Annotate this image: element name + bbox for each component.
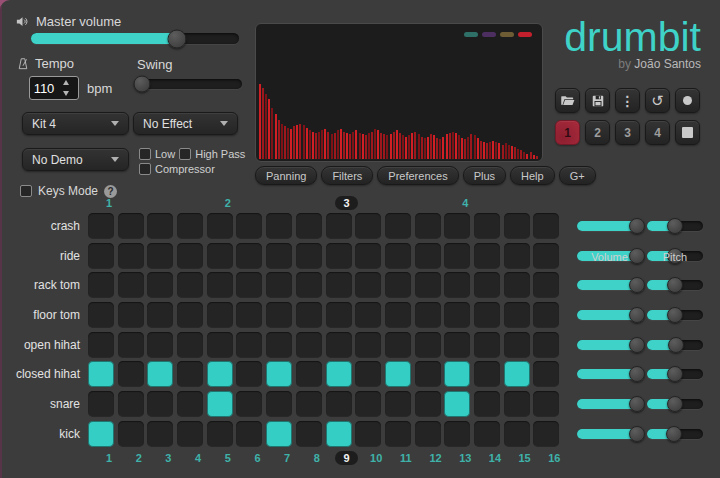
- step-cell[interactable]: [444, 213, 470, 239]
- step-cell[interactable]: [474, 213, 500, 239]
- step-cell[interactable]: [88, 361, 114, 387]
- step-cell[interactable]: [296, 243, 322, 269]
- volume-slider[interactable]: [577, 399, 642, 409]
- pitch-slider-thumb[interactable]: [667, 218, 683, 234]
- step-cell[interactable]: [207, 421, 233, 447]
- pitch-slider[interactable]: [647, 310, 703, 320]
- step-cell[interactable]: [355, 272, 381, 298]
- checkbox-high-pass[interactable]: [179, 148, 191, 160]
- step-cell[interactable]: [385, 272, 411, 298]
- step-cell[interactable]: [118, 272, 144, 298]
- step-cell[interactable]: [326, 213, 352, 239]
- step-cell[interactable]: [236, 213, 262, 239]
- demo-select[interactable]: No Demo: [22, 148, 129, 171]
- step-cell[interactable]: [236, 332, 262, 358]
- step-cell[interactable]: [385, 391, 411, 417]
- step-cell[interactable]: [296, 213, 322, 239]
- step-cell[interactable]: [177, 421, 203, 447]
- pitch-slider-thumb[interactable]: [667, 396, 683, 412]
- tempo-input[interactable]: [30, 81, 58, 96]
- step-cell[interactable]: [266, 361, 292, 387]
- step-cell[interactable]: [266, 302, 292, 328]
- step-cell[interactable]: [296, 272, 322, 298]
- step-cell[interactable]: [415, 332, 441, 358]
- step-cell[interactable]: [118, 213, 144, 239]
- step-cell[interactable]: [444, 421, 470, 447]
- step-cell[interactable]: [355, 332, 381, 358]
- reset-button[interactable]: ↺: [645, 88, 670, 113]
- step-cell[interactable]: [118, 421, 144, 447]
- step-cell[interactable]: [296, 302, 322, 328]
- volume-slider[interactable]: [577, 221, 642, 231]
- step-cell[interactable]: [326, 302, 352, 328]
- stop-button[interactable]: [675, 120, 700, 145]
- step-cell[interactable]: [326, 243, 352, 269]
- step-cell[interactable]: [147, 213, 173, 239]
- step-cell[interactable]: [177, 302, 203, 328]
- volume-slider-thumb[interactable]: [629, 396, 645, 412]
- step-cell[interactable]: [355, 243, 381, 269]
- step-cell[interactable]: [504, 361, 530, 387]
- master-volume-thumb[interactable]: [167, 29, 186, 48]
- pitch-slider-thumb[interactable]: [666, 426, 682, 442]
- step-cell[interactable]: [385, 302, 411, 328]
- step-cell[interactable]: [88, 213, 114, 239]
- swing-slider[interactable]: [138, 79, 242, 89]
- step-cell[interactable]: [474, 332, 500, 358]
- volume-slider-thumb[interactable]: [629, 366, 645, 382]
- pitch-slider-thumb[interactable]: [667, 307, 683, 323]
- step-cell[interactable]: [415, 302, 441, 328]
- volume-slider[interactable]: [577, 429, 642, 439]
- step-cell[interactable]: [177, 332, 203, 358]
- pattern-2-button[interactable]: 2: [585, 120, 610, 145]
- step-cell[interactable]: [415, 243, 441, 269]
- step-cell[interactable]: [207, 391, 233, 417]
- step-cell[interactable]: [474, 421, 500, 447]
- step-cell[interactable]: [474, 272, 500, 298]
- step-cell[interactable]: [88, 391, 114, 417]
- swing-thumb[interactable]: [134, 76, 151, 93]
- step-cell[interactable]: [326, 332, 352, 358]
- step-cell[interactable]: [236, 243, 262, 269]
- step-cell[interactable]: [266, 421, 292, 447]
- volume-slider-thumb[interactable]: [629, 307, 645, 323]
- step-cell[interactable]: [385, 421, 411, 447]
- step-cell[interactable]: [207, 361, 233, 387]
- volume-slider-thumb[interactable]: [629, 426, 645, 442]
- pitch-slider[interactable]: [647, 399, 703, 409]
- step-cell[interactable]: [266, 391, 292, 417]
- tempo-decrement-button[interactable]: [59, 90, 72, 98]
- checkbox-low[interactable]: [139, 148, 151, 160]
- open-file-button[interactable]: [555, 88, 580, 113]
- step-cell[interactable]: [533, 243, 559, 269]
- spectrum-visualizer[interactable]: [255, 23, 543, 162]
- step-cell[interactable]: [504, 391, 530, 417]
- step-cell[interactable]: [147, 272, 173, 298]
- visualizer-mode-pill[interactable]: [518, 32, 532, 37]
- pattern-3-button[interactable]: 3: [615, 120, 640, 145]
- step-cell[interactable]: [266, 213, 292, 239]
- step-cell[interactable]: [474, 391, 500, 417]
- step-cell[interactable]: [118, 332, 144, 358]
- volume-slider[interactable]: [577, 280, 642, 290]
- step-cell[interactable]: [385, 361, 411, 387]
- step-cell[interactable]: [504, 213, 530, 239]
- step-cell[interactable]: [118, 391, 144, 417]
- step-cell[interactable]: [444, 302, 470, 328]
- save-button[interactable]: [585, 88, 610, 113]
- menu-button[interactable]: ⋮: [615, 88, 640, 113]
- step-cell[interactable]: [474, 302, 500, 328]
- step-cell[interactable]: [118, 302, 144, 328]
- step-cell[interactable]: [444, 243, 470, 269]
- step-cell[interactable]: [385, 332, 411, 358]
- pitch-slider[interactable]: [647, 369, 703, 379]
- pitch-slider-thumb[interactable]: [667, 277, 683, 293]
- step-cell[interactable]: [236, 391, 262, 417]
- step-cell[interactable]: [415, 272, 441, 298]
- step-cell[interactable]: [504, 302, 530, 328]
- effect-select[interactable]: No Effect: [133, 112, 238, 135]
- step-cell[interactable]: [504, 272, 530, 298]
- tab-preferences[interactable]: Preferences: [377, 166, 458, 185]
- step-cell[interactable]: [504, 421, 530, 447]
- volume-slider-thumb[interactable]: [629, 218, 645, 234]
